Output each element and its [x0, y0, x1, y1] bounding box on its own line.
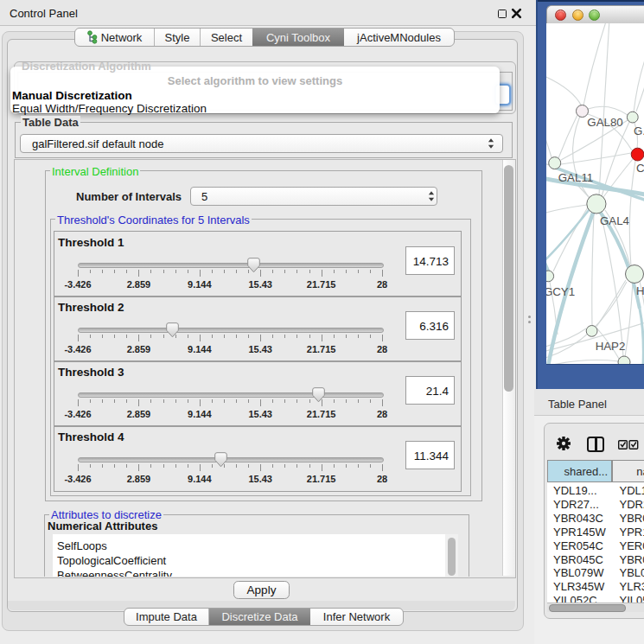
- svg-text:GAL11: GAL11: [558, 171, 593, 184]
- svg-text:H: H: [636, 284, 644, 297]
- svg-text:G.: G.: [634, 124, 644, 137]
- svg-text:GAL80: GAL80: [587, 116, 622, 129]
- svg-text:C: C: [636, 162, 644, 175]
- svg-text:GAL4: GAL4: [600, 214, 629, 227]
- svg-text:GCY1: GCY1: [546, 285, 575, 298]
- svg-text:HAP2: HAP2: [596, 340, 626, 353]
